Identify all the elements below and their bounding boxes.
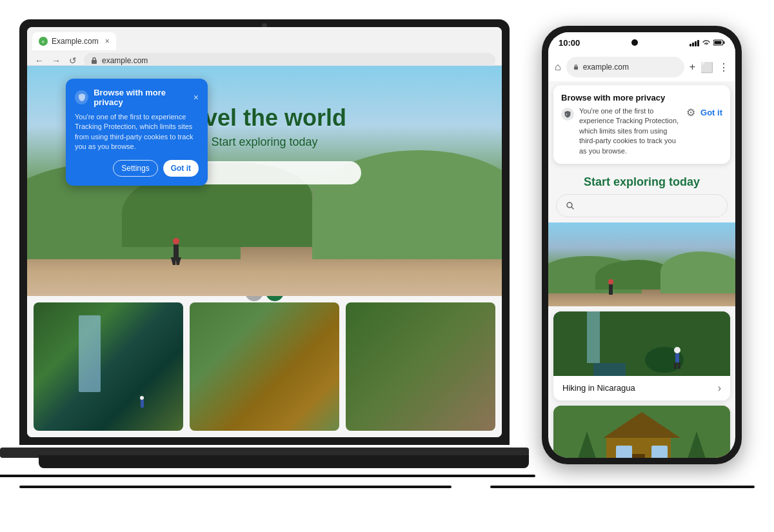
shield-icon-laptop bbox=[75, 90, 88, 104]
got-it-button-phone[interactable]: Got it bbox=[700, 108, 722, 117]
phone-settings-icon[interactable]: ⚙ bbox=[686, 106, 695, 119]
svg-rect-18 bbox=[678, 362, 680, 369]
phone-popup-actions: ⚙ Got it bbox=[686, 106, 722, 119]
laptop-device: e Example.com × ← → ↺ bbox=[19, 19, 522, 497]
svg-rect-22 bbox=[616, 446, 632, 458]
phone-search-icon bbox=[566, 201, 575, 210]
phone-card-arrow-1[interactable]: › bbox=[718, 382, 721, 394]
phone-card-img-waterfall bbox=[553, 311, 730, 376]
carousel-nav: ‹ › bbox=[245, 296, 284, 301]
phone-status-bar: 10:00 bbox=[548, 32, 735, 53]
back-button[interactable]: ← bbox=[34, 55, 45, 66]
phone-lock-icon bbox=[573, 64, 579, 70]
thumbnails-area: ‹ › bbox=[27, 296, 502, 437]
phone-menu-button[interactable]: ⋮ bbox=[719, 61, 729, 74]
laptop-table-line bbox=[19, 486, 452, 488]
phone-figure-body bbox=[609, 284, 613, 295]
browser-chrome: e Example.com × ← → ↺ bbox=[27, 27, 502, 66]
phone-device: 10:00 bbox=[542, 26, 742, 464]
privacy-popup-phone: Browse with more privacy You're one of t… bbox=[553, 85, 730, 164]
person-figure bbox=[170, 238, 183, 264]
phone-screen: 10:00 bbox=[548, 32, 735, 458]
popup-header: Browse with more privacy × bbox=[75, 88, 199, 107]
signal-bars bbox=[690, 39, 699, 46]
laptop-screen: e Example.com × ← → ↺ bbox=[27, 27, 502, 437]
phone-hill2 bbox=[595, 260, 670, 290]
phone-toolbar-icons: + ⬜ ⋮ bbox=[690, 61, 729, 74]
refresh-button[interactable]: ↺ bbox=[67, 55, 79, 66]
phone-popup-text: You're one of the first to experience Tr… bbox=[579, 106, 681, 156]
laptop-foot bbox=[39, 455, 529, 468]
settings-button[interactable]: Settings bbox=[113, 160, 157, 177]
next-arrow[interactable]: › bbox=[266, 296, 284, 301]
battery-icon bbox=[713, 39, 725, 46]
wifi-icon bbox=[702, 39, 711, 46]
prev-arrow[interactable]: ‹ bbox=[245, 296, 263, 301]
phone-url: example.com bbox=[583, 63, 629, 72]
figure-body bbox=[174, 244, 179, 257]
phone-shield-icon bbox=[561, 108, 574, 121]
phone-address-bar[interactable]: example.com bbox=[566, 57, 684, 77]
website-subtitle: Start exploring today bbox=[211, 135, 317, 149]
phone-website: Start exploring today bbox=[548, 168, 735, 458]
phone-person-figure bbox=[608, 279, 613, 295]
favicon: e bbox=[39, 37, 48, 46]
phone-card-img-cabin bbox=[553, 406, 730, 458]
phone-popup-row: You're one of the first to experience Tr… bbox=[561, 106, 722, 156]
phone-camera bbox=[631, 39, 638, 46]
phone-table-line bbox=[490, 486, 755, 488]
popup-title-laptop: Browse with more privacy bbox=[94, 88, 194, 107]
signal-bar-1 bbox=[690, 44, 691, 46]
phone-new-tab-button[interactable]: + bbox=[690, 61, 695, 73]
browser-tab[interactable]: e Example.com × bbox=[32, 32, 116, 50]
phone-home-button[interactable]: ⌂ bbox=[555, 61, 561, 73]
tab-close-button[interactable]: × bbox=[105, 37, 110, 46]
tab-bar: e Example.com × bbox=[27, 27, 502, 50]
popup-body-laptop: You're one of the first to experience Tr… bbox=[75, 112, 199, 152]
popup-title-row: Browse with more privacy bbox=[75, 88, 194, 107]
svg-rect-13 bbox=[593, 363, 626, 376]
svg-text:e: e bbox=[42, 39, 45, 44]
svg-point-15 bbox=[674, 347, 680, 353]
lock-icon bbox=[90, 57, 98, 64]
svg-rect-12 bbox=[587, 311, 600, 363]
hiker-body bbox=[141, 400, 144, 408]
phone-body: 10:00 bbox=[542, 26, 742, 464]
phone-card-1[interactable]: Hiking in Nicaragua › bbox=[553, 311, 730, 400]
thumbnail-cabin[interactable] bbox=[190, 302, 339, 431]
phone-figure-head bbox=[608, 279, 613, 284]
phone-site-title: Start exploring today bbox=[548, 168, 735, 194]
phone-tab-switcher-button[interactable]: ⬜ bbox=[700, 61, 713, 74]
popup-close-button[interactable]: × bbox=[194, 92, 199, 103]
svg-rect-2 bbox=[92, 60, 97, 64]
got-it-button-laptop[interactable]: Got it bbox=[163, 160, 199, 177]
figure-legs bbox=[171, 257, 181, 265]
phone-search-bar[interactable] bbox=[556, 194, 728, 217]
phone-card-label-1: Hiking in Nicaragua bbox=[562, 383, 635, 393]
waterfall-detail bbox=[79, 315, 101, 392]
phone-toolbar: ⌂ example.com + ⬜ ⋮ bbox=[548, 53, 735, 81]
svg-rect-23 bbox=[651, 446, 668, 458]
svg-rect-16 bbox=[675, 353, 679, 362]
scene: e Example.com × ← → ↺ bbox=[0, 0, 774, 532]
thumbnail-extra[interactable] bbox=[346, 302, 495, 431]
phone-hill3 bbox=[660, 251, 735, 293]
figure-head bbox=[173, 238, 179, 244]
phone-card-2[interactable]: Mountain Cabin › bbox=[553, 406, 730, 458]
signal-bar-4 bbox=[697, 40, 699, 46]
forward-button[interactable]: → bbox=[50, 55, 62, 66]
phone-card-footer-1: Hiking in Nicaragua › bbox=[553, 376, 730, 400]
thumbnail-waterfall[interactable] bbox=[34, 302, 183, 431]
popup-buttons: Settings Got it bbox=[75, 160, 199, 177]
laptop-bottom-line bbox=[0, 475, 535, 477]
address-url: example.com bbox=[102, 56, 148, 65]
status-icons bbox=[690, 39, 725, 46]
svg-rect-7 bbox=[574, 66, 578, 70]
phone-hero-image bbox=[548, 222, 735, 306]
svg-line-10 bbox=[571, 207, 573, 209]
hiker-figure bbox=[138, 396, 146, 411]
svg-rect-24 bbox=[632, 454, 645, 458]
svg-rect-5 bbox=[724, 41, 725, 44]
svg-rect-6 bbox=[715, 41, 722, 44]
privacy-popup-laptop: Browse with more privacy × You're one of… bbox=[66, 79, 208, 186]
